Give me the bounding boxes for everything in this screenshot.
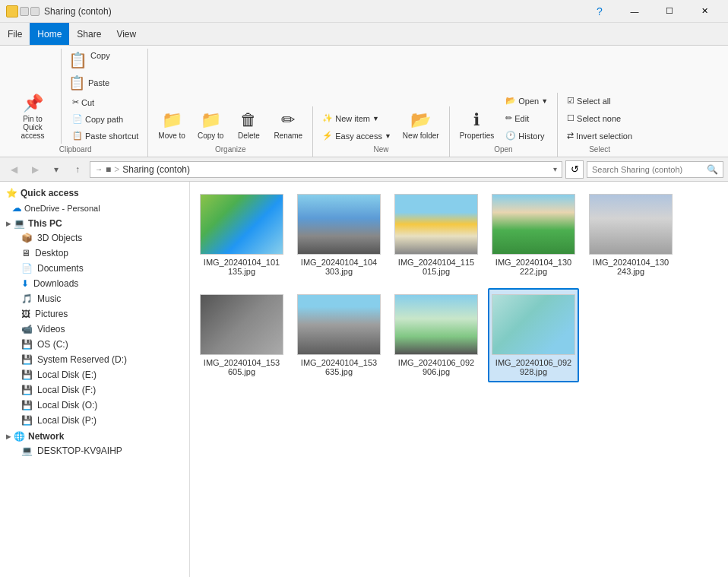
videos-icon: 📹 — [21, 324, 33, 334]
menu-share[interactable]: Share — [69, 23, 109, 45]
sidebar-system-reserved[interactable]: 💾 System Reserved (D:) — [0, 352, 189, 367]
divider-1 — [61, 49, 62, 144]
delete-button[interactable]: 🗑 Delete — [230, 106, 267, 144]
open-label: Open — [454, 144, 552, 155]
select-all-button[interactable]: ☑ Select all — [562, 93, 637, 109]
open-button[interactable]: 📂 Open ▼ — [501, 93, 552, 109]
back-button[interactable]: ◀ — [5, 160, 23, 179]
invert-selection-button[interactable]: ⇄ Invert selection — [562, 128, 637, 144]
app-icon — [6, 5, 18, 17]
copy-to-button[interactable]: 📁 Copy to — [192, 106, 229, 144]
file-item-7[interactable]: IMG_20240104_153635.jpg — [293, 288, 385, 382]
tri-thispc: ▶ — [6, 220, 11, 227]
pin-quick-access-button[interactable]: 📌 Pin to Quick access — [8, 90, 58, 144]
search-icon[interactable]: 🔍 — [707, 164, 718, 175]
paste-shortcut-button[interactable]: 📋 Paste shortcut — [68, 128, 143, 144]
tri-network: ▶ — [6, 433, 11, 440]
3d-icon: 📦 — [21, 233, 33, 243]
sidebar-local-p[interactable]: 💾 Local Disk (P:) — [0, 413, 189, 428]
sidebar-desktop-pc[interactable]: 💻 DESKTOP-KV9AIHP — [0, 443, 189, 458]
sidebar-onedrive[interactable]: ☁ OneDrive - Personal — [0, 200, 189, 215]
forward-button[interactable]: ▶ — [26, 160, 44, 179]
sidebar-downloads[interactable]: ⬇ Downloads — [0, 276, 189, 291]
file-item-8[interactable]: IMG_20240106_092906.jpg — [391, 288, 482, 382]
documents-icon: 📄 — [21, 263, 33, 274]
organize-buttons: 📁 Move to 📁 Copy to 🗑 Delete ✏ Rename — [153, 106, 308, 144]
refresh-button[interactable]: ↺ — [565, 160, 584, 179]
sidebar-local-f[interactable]: 💾 Local Disk (F:) — [0, 382, 189, 398]
history-button[interactable]: 🕐 History — [501, 128, 552, 144]
cut-button[interactable]: ✂ Cut — [68, 94, 143, 110]
ribbon-open-group: ℹ Properties 📂 Open ▼ ✏ Edit 🕐 History — [450, 93, 558, 157]
sidebar-desktop[interactable]: 🖥 Desktop — [0, 246, 189, 261]
sidebar-quick-access[interactable]: ⭐ Quick access — [0, 185, 189, 200]
address-bar: ◀ ▶ ▾ ↑ → ■ > Sharing (contoh) ▾ ↺ 🔍 — [0, 157, 728, 182]
sidebar-local-o[interactable]: 💾 Local Disk (O:) — [0, 398, 189, 413]
file-thumb-5 — [589, 194, 673, 255]
ribbon: 📌 Pin to Quick access 📋 Copy 📋 Paste ✂ C… — [0, 46, 728, 157]
easy-access-button[interactable]: ⚡ Easy access ▼ — [318, 128, 396, 144]
new-item-button[interactable]: ✨ New item ▼ — [318, 110, 396, 126]
ribbon-new-group: ✨ New item ▼ ⚡ Easy access ▼ 📂 New folde… — [313, 106, 449, 157]
file-item-5[interactable]: IMG_20240104_130243.jpg — [585, 188, 676, 282]
properties-icon: ℹ — [473, 110, 480, 130]
quick-access-icon: ⭐ — [6, 188, 17, 198]
title-bar-icons — [6, 5, 40, 17]
sidebar-videos[interactable]: 📹 Videos — [0, 322, 189, 337]
sidebar-documents[interactable]: 📄 Documents — [0, 261, 189, 276]
edit-button[interactable]: ✏ Edit — [501, 110, 552, 126]
path-dropdown[interactable]: ▾ — [553, 165, 557, 173]
file-thumb-9 — [492, 294, 575, 355]
sidebar-pictures[interactable]: 🖼 Pictures — [0, 306, 189, 322]
sidebar-3d-objects[interactable]: 📦 3D Objects — [0, 230, 189, 246]
sidebar-local-e[interactable]: 💾 Local Disk (E:) — [0, 367, 189, 382]
easy-access-arrow: ▼ — [385, 132, 391, 140]
drive-e-icon: 💾 — [21, 369, 33, 380]
file-name-5: IMG_20240104_130243.jpg — [591, 258, 670, 276]
file-item-2[interactable]: IMG_20240104_104303.jpg — [293, 188, 385, 282]
file-name-7: IMG_20240104_153635.jpg — [299, 358, 378, 376]
close-button[interactable]: ✕ — [687, 0, 722, 23]
move-to-button[interactable]: 📁 Move to — [153, 106, 191, 144]
drive-f-icon: 💾 — [21, 385, 33, 395]
menu-view[interactable]: View — [109, 23, 144, 45]
copy-button[interactable]: 📋 Copy — [65, 49, 143, 71]
rename-button[interactable]: ✏ Rename — [268, 106, 308, 144]
path-arrow: → — [95, 165, 103, 173]
file-item-1[interactable]: IMG_20240104_101135.jpg — [196, 188, 287, 282]
window-title: Sharing (contoh) — [44, 6, 112, 17]
up-button[interactable]: ↑ — [68, 160, 87, 179]
address-path[interactable]: → ■ > Sharing (contoh) ▾ — [90, 161, 562, 178]
clipboard-buttons: 📌 Pin to Quick access 📋 Copy 📋 Paste ✂ C… — [8, 49, 143, 144]
copy-path-icon: 📄 — [72, 114, 83, 124]
file-item-4[interactable]: IMG_20240104_130222.jpg — [488, 188, 579, 282]
select-none-button[interactable]: ☐ Select none — [562, 110, 637, 126]
search-input[interactable] — [592, 165, 704, 174]
menu-file[interactable]: File — [0, 23, 30, 45]
sidebar-network[interactable]: ▶ 🌐 Network — [0, 428, 189, 443]
recent-button[interactable]: ▾ — [47, 160, 65, 179]
path-item-root[interactable]: ■ — [106, 164, 111, 175]
properties-button[interactable]: ℹ Properties — [454, 106, 500, 144]
drive-p-icon: 💾 — [21, 415, 33, 426]
path-item-current[interactable]: Sharing (contoh) — [122, 164, 190, 175]
file-item-3[interactable]: IMG_20240104_115015.jpg — [391, 188, 482, 282]
menu-home[interactable]: Home — [30, 23, 69, 45]
file-item-9[interactable]: IMG_20240106_092928.jpg — [488, 288, 579, 382]
copy-path-button[interactable]: 📄 Copy path — [68, 111, 143, 127]
file-item-6[interactable]: IMG_20240104_153605.jpg — [196, 288, 287, 382]
paste-button[interactable]: 📋 Paste — [65, 72, 143, 94]
maximize-button[interactable]: ☐ — [652, 0, 687, 23]
music-icon: 🎵 — [21, 293, 33, 304]
path-sep: > — [114, 164, 119, 175]
minimize-button[interactable]: — — [617, 0, 652, 23]
sidebar-music[interactable]: 🎵 Music — [0, 291, 189, 306]
menu-bar: File Home Share View — [0, 23, 728, 46]
help-button[interactable]: ? — [582, 0, 617, 23]
new-folder-button[interactable]: 📂 New folder — [397, 106, 445, 144]
sidebar-this-pc[interactable]: ▶ 💻 This PC — [0, 215, 189, 230]
new-folder-icon: 📂 — [410, 110, 431, 130]
sidebar-os-c[interactable]: 💾 OS (C:) — [0, 337, 189, 352]
tb-icon-2 — [20, 7, 29, 16]
file-area[interactable]: IMG_20240104_101135.jpg IMG_20240104_104… — [190, 182, 728, 577]
